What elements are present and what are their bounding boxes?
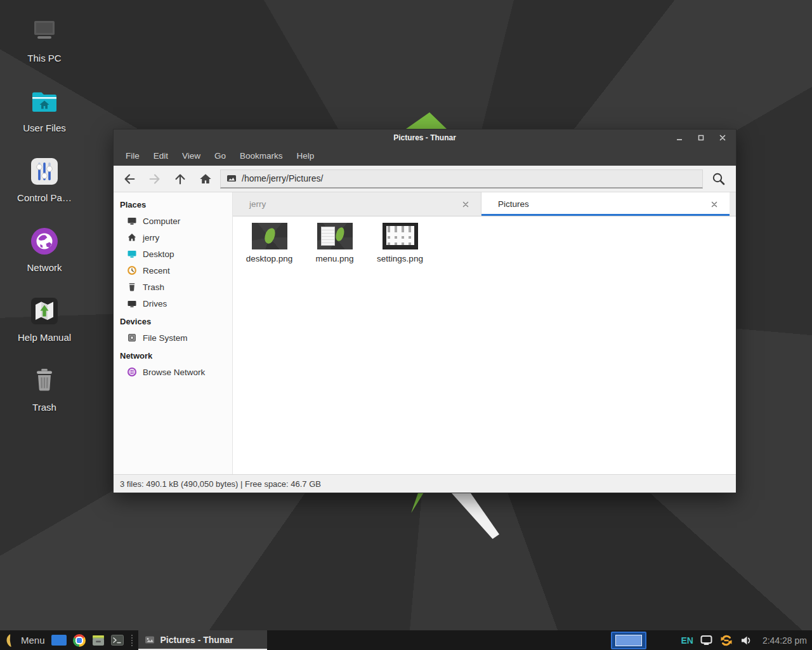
taskbar-clock[interactable]: 2:44:28 pm [763,635,807,646]
window-title: Pictures - Thunar [393,133,456,142]
desktop-icon-label: Trash [32,402,56,413]
up-button[interactable] [169,169,191,189]
minimize-icon[interactable] [675,133,684,142]
control-panel-icon [29,156,60,187]
recent-clock-icon [127,265,137,275]
trash-can-icon [29,366,60,396]
main-pane: jerry Pictures [233,192,736,474]
menu-go[interactable]: Go [207,148,233,164]
panel-drag-handle[interactable] [131,635,133,646]
sidebar-header-places: Places [114,195,232,213]
file-list: desktop.png menu.png settings.png [233,216,736,474]
desktop-icon-this-pc[interactable]: This PC [9,13,80,74]
menu-help[interactable]: Help [290,148,322,164]
desktop-icon-label: Help Manual [18,332,71,343]
display-icon[interactable] [700,635,712,646]
show-desktop-icon[interactable] [51,635,67,646]
task-image-icon [145,635,155,645]
file-menu-png[interactable]: menu.png [304,222,365,263]
sidebar-item-drives[interactable]: Drives [114,295,232,312]
statusbar: 3 files: 490.1 kB (490,050 bytes) | Free… [114,474,736,493]
workspace-switcher[interactable] [611,632,646,649]
menu-view[interactable]: View [175,148,207,164]
tab-label: Pictures [498,199,529,209]
close-icon[interactable] [718,133,727,142]
search-icon[interactable] [707,169,731,189]
desktop-icon-label: User Files [23,123,66,133]
window-controls [675,129,727,145]
sidebar-header-network: Network [114,346,232,364]
network-globe-icon [29,226,60,256]
tab-pictures[interactable]: Pictures [481,192,730,216]
file-name: settings.png [377,254,423,263]
sidebar-item-trash[interactable]: Trash [114,279,232,295]
file-name: menu.png [315,254,353,263]
mint-logo-blade [452,493,499,539]
desktop-monitor-icon [127,249,137,259]
tab-close-icon[interactable] [461,199,471,209]
task-label: Pictures - Thunar [160,635,233,645]
back-button[interactable] [119,169,140,189]
file-name: desktop.png [246,254,293,263]
mint-logo-sliver [410,493,424,513]
desktop-icon-column: This PC User Files Control Pa… Network H… [9,13,80,423]
mint-logo-triangle [406,112,447,129]
chrome-icon[interactable] [73,634,86,647]
sidebar-item-label: Browse Network [143,368,205,377]
sidebar-item-label: jerry [143,233,159,242]
tabbar: jerry Pictures [233,192,736,216]
desktop-png-thumbnail [252,223,287,249]
workspace-1[interactable] [615,635,642,646]
system-tray: EN 2:44:28 pm [681,633,807,647]
path-input[interactable]: /home/jerry/Pictures/ [220,169,703,189]
computer-icon [127,216,137,226]
volume-icon[interactable] [740,635,752,646]
menu-bookmarks[interactable]: Bookmarks [233,148,290,164]
window-titlebar[interactable]: Pictures - Thunar [114,129,736,145]
sidebar-item-label: Drives [143,299,167,308]
desktop-icon-help-manual[interactable]: Help Manual [9,292,80,353]
sidebar-item-desktop[interactable]: Desktop [114,246,232,262]
file-manager-icon[interactable] [92,635,105,646]
menu-file[interactable]: File [119,148,147,164]
taskbar-left: Menu [0,633,138,647]
taskbar: Menu Pictures - Thunar EN [0,630,812,650]
menu-edit[interactable]: Edit [147,148,175,164]
forward-button[interactable] [144,169,166,189]
update-manager-icon[interactable] [719,633,733,647]
path-value: /home/jerry/Pictures/ [242,173,323,183]
terminal-icon[interactable] [111,635,124,646]
sidebar-item-browse-network[interactable]: Browse Network [114,364,232,380]
sidebar: Places Computer jerry Desktop Recent Tra… [114,192,233,474]
drives-icon [127,298,137,308]
sidebar-item-label: Recent [143,266,170,275]
maximize-icon[interactable] [697,133,705,142]
home-button[interactable] [195,169,216,189]
keyboard-layout-indicator[interactable]: EN [681,635,693,646]
tab-jerry[interactable]: jerry [233,192,481,216]
help-manual-icon [29,296,60,326]
desktop-icon-label: Control Pa… [17,192,72,203]
sidebar-item-computer[interactable]: Computer [114,213,232,229]
desktop-icon-control-panel[interactable]: Control Pa… [9,152,80,213]
sidebar-item-label: Computer [143,216,180,226]
browse-network-globe-icon [127,367,137,377]
sidebar-item-file-system[interactable]: File System [114,329,232,346]
desktop-icon-trash[interactable]: Trash [9,362,80,423]
desktop-icon-network[interactable]: Network [9,222,80,283]
taskbar-right: EN 2:44:28 pm [611,632,812,649]
sidebar-item-recent[interactable]: Recent [114,262,232,279]
sidebar-item-jerry[interactable]: jerry [114,229,232,246]
window-content: Places Computer jerry Desktop Recent Tra… [114,192,736,474]
mint-menu-icon[interactable] [4,633,15,647]
sidebar-item-label: Trash [143,282,164,292]
desktop-icon-user-files[interactable]: User Files [9,83,80,143]
file-desktop-png[interactable]: desktop.png [239,222,299,263]
taskbar-task-pictures-thunar[interactable]: Pictures - Thunar [138,630,267,650]
tabbar-filler [730,192,736,216]
settings-png-thumbnail [383,223,418,249]
tab-label: jerry [249,199,266,209]
taskbar-menu-label[interactable]: Menu [21,635,45,646]
tab-close-icon[interactable] [709,199,719,209]
file-settings-png[interactable]: settings.png [370,222,430,263]
